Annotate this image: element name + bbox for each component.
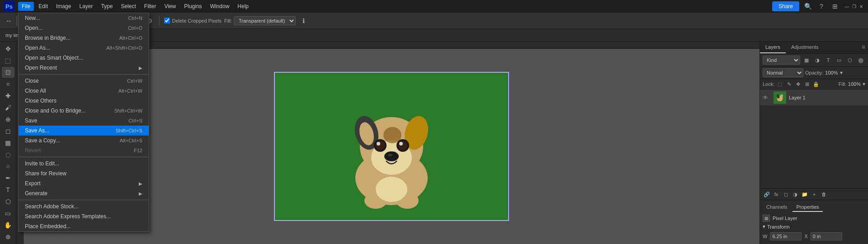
channels-tab[interactable]: Channels bbox=[763, 203, 791, 212]
menu-item-help[interactable]: Help bbox=[234, 2, 252, 11]
layer-visibility-icon[interactable]: 👁 bbox=[763, 94, 771, 101]
adjustment-filter-icon[interactable]: ◑ bbox=[813, 56, 822, 65]
blur-tool[interactable]: ◌ bbox=[2, 149, 14, 160]
opacity-chevron[interactable]: ▾ bbox=[840, 70, 843, 76]
menu-item-image[interactable]: Image bbox=[52, 2, 75, 11]
menu-open[interactable]: Open... Ctrl+O bbox=[19, 23, 149, 33]
canvas-image[interactable] bbox=[274, 72, 509, 221]
kind-select[interactable]: Kind bbox=[763, 56, 800, 65]
fill-chevron[interactable]: ▾ bbox=[863, 81, 865, 87]
menu-save-copy[interactable]: Save a Copy... Alt+Ctrl+S bbox=[19, 136, 149, 145]
delete-cropped-checkbox[interactable] bbox=[164, 18, 170, 23]
menu-item-type[interactable]: Type bbox=[97, 2, 116, 11]
delete-cropped-label[interactable]: Delete Cropped Pixels bbox=[164, 18, 221, 23]
menu-close-bridge[interactable]: Close and Go to Bridge... Shift+Ctrl+W bbox=[19, 106, 149, 116]
info-icon[interactable]: ℹ bbox=[298, 16, 308, 26]
artboard-tool[interactable]: ⬚ bbox=[2, 55, 14, 66]
share-button[interactable]: Share bbox=[772, 1, 799, 11]
lock-artboard-icon[interactable]: ⊞ bbox=[803, 80, 811, 88]
blend-mode-select[interactable]: Normal bbox=[763, 68, 803, 77]
brush-tool[interactable]: 🖌 bbox=[2, 102, 14, 113]
menu-close-others-label: Close Others bbox=[25, 98, 57, 104]
layer-thumbnail bbox=[774, 91, 786, 104]
menu-search-express[interactable]: Search Adobe Express Templates... bbox=[19, 211, 149, 221]
pixel-filter-icon[interactable]: ▦ bbox=[802, 56, 811, 65]
add-mask-icon[interactable]: ◻ bbox=[782, 190, 790, 198]
type-tool[interactable]: T bbox=[2, 184, 14, 195]
eraser-tool[interactable]: ◻ bbox=[2, 126, 14, 136]
menu-close[interactable]: Close Ctrl+W bbox=[19, 76, 149, 86]
filter-toggle-icon[interactable]: ⬤ bbox=[856, 56, 865, 65]
menu-generate[interactable]: Generate ▶ bbox=[19, 188, 149, 198]
x-input[interactable] bbox=[811, 232, 842, 240]
lock-transparent-icon[interactable]: ⬚ bbox=[776, 80, 783, 88]
menu-item-filter[interactable]: Filter bbox=[141, 2, 160, 11]
menu-open-as[interactable]: Open As... Alt+Shift+Ctrl+O bbox=[19, 43, 149, 53]
width-input[interactable] bbox=[770, 232, 802, 240]
lock-position-icon[interactable]: ✥ bbox=[794, 80, 802, 88]
file-dropdown-menu: New... Ctrl+N Open... Ctrl+O Browse in B… bbox=[18, 13, 149, 232]
crop-tool[interactable]: ⊡ bbox=[2, 67, 14, 78]
delete-layer-icon[interactable]: 🗑 bbox=[820, 190, 828, 198]
pen-tool[interactable]: ✒ bbox=[2, 173, 14, 183]
lock-image-icon[interactable]: ✎ bbox=[785, 80, 793, 88]
close-button[interactable]: ✕ bbox=[858, 3, 864, 9]
menu-item-plugins[interactable]: Plugins bbox=[180, 2, 205, 11]
menu-save[interactable]: Save Ctrl+S bbox=[19, 116, 149, 126]
path-tool[interactable]: ⬡ bbox=[2, 196, 14, 207]
menu-export[interactable]: Export ▶ bbox=[19, 178, 149, 188]
new-layer-icon[interactable]: + bbox=[810, 190, 818, 198]
adjustments-tab[interactable]: Adjustments bbox=[786, 42, 824, 53]
menu-item-window[interactable]: Window bbox=[207, 2, 233, 11]
menu-item-select[interactable]: Select bbox=[117, 2, 139, 11]
properties-tab[interactable]: Properties bbox=[793, 203, 822, 212]
menu-search-stock[interactable]: Search Adobe Stock... bbox=[19, 202, 149, 211]
panel-menu-btn[interactable]: ≡ bbox=[859, 42, 868, 53]
divider-1 bbox=[19, 74, 149, 75]
blend-opacity-row: Normal Opacity: 100% ▾ bbox=[760, 67, 868, 79]
window-controls-area: Share 🔍 ? ⊞ — ❐ ✕ bbox=[769, 0, 868, 13]
layers-tab[interactable]: Layers bbox=[760, 42, 786, 53]
menu-close-all[interactable]: Close All Alt+Ctrl+W bbox=[19, 86, 149, 96]
menu-new[interactable]: New... Ctrl+N bbox=[19, 13, 149, 23]
zoom-tool[interactable]: ⊕ bbox=[2, 231, 14, 242]
menu-share-review[interactable]: Share for Review bbox=[19, 169, 149, 178]
hand-tool[interactable]: ✋ bbox=[2, 220, 14, 230]
dodge-tool[interactable]: ○ bbox=[2, 161, 14, 172]
add-adjustment-icon[interactable]: ◑ bbox=[791, 190, 799, 198]
menu-item-file[interactable]: File bbox=[18, 2, 34, 11]
lock-all-icon[interactable]: 🔒 bbox=[812, 80, 820, 88]
crop-options-icon[interactable]: ↔ bbox=[4, 16, 14, 26]
gradient-tool[interactable]: ▦ bbox=[2, 137, 14, 148]
link-layers-icon[interactable]: 🔗 bbox=[763, 190, 771, 198]
menu-place-embedded[interactable]: Place Embedded... bbox=[19, 221, 149, 231]
menu-item-edit[interactable]: Edit bbox=[35, 2, 52, 11]
layer-item[interactable]: 👁 Layer 1 bbox=[760, 89, 868, 106]
menu-open-recent[interactable]: Open Recent ▶ bbox=[19, 63, 149, 73]
add-effect-icon[interactable]: fx bbox=[772, 190, 780, 198]
eyedropper-tool[interactable]: ⌗ bbox=[2, 79, 14, 89]
healing-tool[interactable]: ✚ bbox=[2, 90, 14, 101]
menu-browse-bridge[interactable]: Browse in Bridge... Alt+Ctrl+O bbox=[19, 33, 149, 43]
search-icon[interactable]: 🔍 bbox=[803, 1, 813, 11]
minimize-button[interactable]: — bbox=[844, 3, 850, 9]
clone-tool[interactable]: ⊕ bbox=[2, 114, 14, 125]
menu-invite-edit[interactable]: Invite to Edit... bbox=[19, 159, 149, 169]
smart-filter-icon[interactable]: ⬡ bbox=[845, 56, 854, 65]
menu-save-as[interactable]: Save As... Shift+Ctrl+S bbox=[19, 126, 149, 136]
menu-share-review-label: Share for Review bbox=[25, 170, 66, 177]
menu-save-copy-label: Save a Copy... bbox=[25, 137, 60, 144]
shape-tool[interactable]: ▭ bbox=[2, 208, 14, 219]
arrange-panels-icon[interactable]: ⊞ bbox=[830, 1, 840, 11]
menu-item-layer[interactable]: Layer bbox=[75, 2, 96, 11]
menu-close-others[interactable]: Close Others bbox=[19, 96, 149, 106]
restore-button[interactable]: ❐ bbox=[851, 3, 857, 9]
move-tool[interactable]: ✥ bbox=[2, 43, 14, 54]
fill-select[interactable]: Transparent (default) bbox=[234, 16, 296, 25]
menu-item-view[interactable]: View bbox=[160, 2, 179, 11]
type-filter-icon[interactable]: T bbox=[824, 56, 833, 65]
shape-filter-icon[interactable]: ▭ bbox=[835, 56, 844, 65]
help-icon[interactable]: ? bbox=[816, 1, 826, 11]
menu-open-smart[interactable]: Open as Smart Object... bbox=[19, 53, 149, 63]
new-group-icon[interactable]: 📁 bbox=[801, 190, 809, 198]
